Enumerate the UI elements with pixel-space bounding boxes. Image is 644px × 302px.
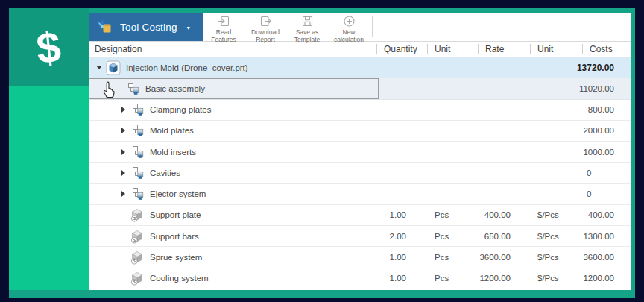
row-label: Injection Mold (Drone_cover.prt) [126, 63, 248, 72]
component-icon: $ [129, 271, 145, 286]
chevron-down-icon: ▾ [187, 25, 190, 31]
toolbar: Tool Costing ▾ ReadFeaturesDownloadRepor… [89, 13, 631, 42]
frame-strip-bottom [9, 290, 635, 298]
expand-arrow-icon[interactable] [117, 191, 129, 197]
table-row[interactable]: Ejector system0 [89, 184, 631, 205]
column-header-unit: Unit [427, 42, 478, 57]
costs-cell: 0 [582, 184, 631, 204]
download-report-icon [259, 15, 272, 28]
new-calculation-button[interactable]: Newcalculation [328, 13, 370, 41]
designation-cell: Clamping plates [89, 100, 376, 120]
row-label: Sprue system [150, 253, 202, 262]
table-row[interactable]: Basic assembly11020.00 [89, 78, 631, 99]
designation-cell: Mold inserts [89, 142, 376, 162]
rate-unit-cell [530, 57, 582, 78]
costs-cell: 11020.00 [582, 78, 631, 98]
assembly-icon [129, 103, 145, 116]
download-report-button[interactable]: DownloadReport [244, 13, 286, 41]
rate-cell: 650.00 [478, 226, 530, 246]
quantity-cell: 2.00 [376, 226, 427, 246]
designation-cell: Basic assembly [89, 78, 376, 98]
rate-unit-cell: $/Pcs [530, 268, 582, 289]
tool-costing-app: Tool Costing ▾ ReadFeaturesDownloadRepor… [89, 13, 631, 290]
tool-costing-menu-button[interactable]: Tool Costing ▾ [89, 13, 203, 41]
rate-cell [478, 184, 530, 204]
column-header-costs: Costs [582, 42, 631, 57]
rate-unit-cell [530, 100, 582, 120]
quantity-cell: 1.00 [376, 268, 427, 289]
app-title: Tool Costing [120, 22, 177, 33]
designation-cell: $Cooling system [89, 268, 376, 289]
frame-strip-right [631, 8, 635, 298]
costs-cell: 3600.00 [582, 247, 631, 267]
costs-cell: 800.00 [582, 100, 631, 120]
designation-cell: $Support bars [89, 226, 376, 246]
row-label: Mold inserts [150, 148, 196, 157]
table-row[interactable]: Injection Mold (Drone_cover.prt)13720.00 [89, 57, 631, 78]
row-label: Cavities [150, 169, 180, 177]
row-label: Support bars [150, 232, 199, 241]
unit-cell [427, 184, 478, 204]
designation-cell: Cavities [89, 163, 376, 183]
nx-app-icon [95, 18, 113, 36]
costs-cell: 13720.00 [582, 57, 631, 78]
table-row[interactable]: $Support bars2.00Pcs650.00$/Pcs1300.00 [89, 226, 631, 247]
unit-cell: Pcs [427, 247, 478, 267]
row-label: Cooling system [150, 274, 209, 283]
costs-cell: 2000.00 [582, 121, 631, 141]
rate-cell: 3600.00 [478, 247, 530, 267]
table-row[interactable]: $Support plate1.00Pcs400.00$/Pcs400.00 [89, 205, 631, 226]
component-icon: $ [129, 207, 145, 222]
rate-unit-cell: $/Pcs [530, 247, 582, 267]
part-icon [105, 60, 121, 75]
table-row[interactable]: Clamping plates800.00 [89, 100, 631, 121]
quantity-cell [376, 121, 427, 141]
quantity-cell [376, 142, 427, 162]
cost-tree-table: Injection Mold (Drone_cover.prt)13720.00… [89, 57, 631, 289]
unit-cell [427, 142, 478, 162]
rate-unit-cell [530, 142, 582, 162]
rate-cell [478, 121, 530, 141]
costs-cell: 0 [582, 163, 631, 183]
hand-cursor-icon [101, 79, 119, 98]
costs-cell: 1000.00 [582, 142, 631, 162]
expand-arrow-icon[interactable] [117, 128, 129, 133]
expand-arrow-icon[interactable] [117, 107, 129, 113]
assembly-icon [129, 166, 145, 180]
read-features-button[interactable]: ReadFeatures [203, 13, 244, 41]
costs-cell: 1300.00 [582, 226, 631, 246]
expand-arrow-icon[interactable] [117, 170, 129, 176]
app-window: $ Tool Costing ▾ ReadFeaturesDownloadRep… [0, 0, 644, 302]
row-label: Support plate [150, 210, 201, 219]
rate-unit-cell [530, 184, 582, 204]
quantity-cell [376, 184, 427, 204]
component-icon: $ [129, 250, 145, 265]
assembly-icon [129, 145, 145, 159]
designation-cell: Mold plates [89, 121, 376, 141]
designation-cell: Ejector system [89, 184, 376, 204]
row-label: Ejector system [150, 189, 206, 198]
rate-cell: 1200.00 [478, 268, 530, 289]
save-as-template-button[interactable]: Save asTemplate [286, 13, 328, 41]
rate-cell [478, 100, 530, 120]
collapse-arrow-icon[interactable] [93, 66, 105, 69]
quantity-cell [376, 78, 427, 98]
rate-unit-cell [530, 163, 582, 183]
table-row[interactable]: Mold plates2000.00 [89, 121, 631, 142]
rate-unit-cell [530, 121, 582, 141]
column-header-quantity: Quantity [376, 42, 427, 57]
unit-cell [427, 100, 478, 120]
table-row[interactable]: Cavities0 [89, 163, 631, 183]
table-header: Designation Quantity Unit Rate Unit Cost… [89, 42, 631, 57]
rate-cell [478, 163, 530, 183]
toolbar-buttons: ReadFeaturesDownloadReportSave asTemplat… [203, 13, 370, 41]
table-row[interactable]: $Sprue system1.00Pcs3600.00$/Pcs3600.00 [89, 247, 631, 268]
unit-cell: Pcs [427, 268, 478, 289]
rate-cell [478, 57, 530, 78]
costs-cell: 1200.00 [582, 268, 631, 289]
table-row[interactable]: Mold inserts1000.00 [89, 142, 631, 163]
read-features-icon [218, 15, 230, 28]
row-label: Clamping plates [150, 105, 211, 114]
expand-arrow-icon[interactable] [117, 149, 129, 155]
table-row[interactable]: $Cooling system1.00Pcs1200.00$/Pcs1200.0… [89, 268, 631, 289]
